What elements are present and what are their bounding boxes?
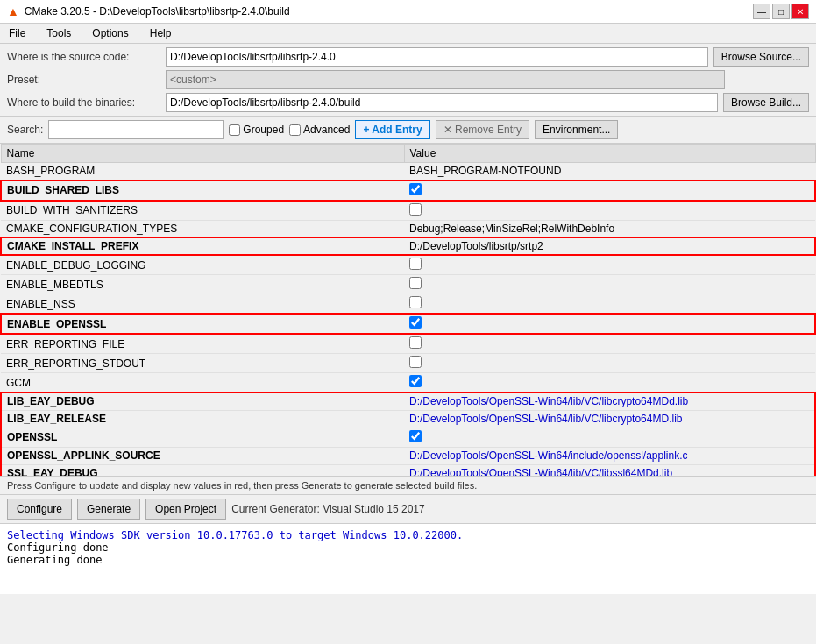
cell-name: ENABLE_OPENSSL bbox=[1, 314, 404, 334]
preset-label: Preset: bbox=[7, 74, 160, 86]
table-row[interactable]: BUILD_SHARED_LIBS bbox=[1, 180, 815, 201]
table-row[interactable]: LIB_EAY_DEBUGD:/DevelopTools/OpenSSL-Win… bbox=[1, 393, 815, 410]
advanced-checkbox-label[interactable]: Advanced bbox=[289, 124, 350, 136]
menu-help[interactable]: Help bbox=[145, 25, 177, 41]
preset-input[interactable] bbox=[166, 70, 725, 89]
output-area: Selecting Windows SDK version 10.0.17763… bbox=[0, 524, 816, 594]
grouped-checkbox-label[interactable]: Grouped bbox=[229, 124, 284, 136]
cell-value bbox=[404, 428, 815, 447]
generator-label: Current Generator: Visual Studio 15 2017 bbox=[231, 503, 425, 515]
table-row[interactable]: ENABLE_MBEDTLS bbox=[1, 275, 815, 294]
table-row[interactable]: ENABLE_DEBUG_LOGGING bbox=[1, 255, 815, 275]
row-checkbox[interactable] bbox=[409, 430, 422, 442]
table-row[interactable]: OPENSSL bbox=[1, 428, 815, 447]
environment-button[interactable]: Environment... bbox=[535, 120, 618, 139]
cell-value: Debug;Release;MinSizeRel;RelWithDebInfo bbox=[404, 220, 815, 237]
table-row[interactable]: LIB_EAY_RELEASED:/DevelopTools/OpenSSL-W… bbox=[1, 410, 815, 428]
configure-button[interactable]: Configure bbox=[7, 499, 72, 520]
output-line3: Generating done bbox=[7, 554, 809, 566]
cell-value bbox=[404, 334, 815, 354]
menu-options[interactable]: Options bbox=[87, 25, 133, 41]
menu-tools[interactable]: Tools bbox=[41, 25, 76, 41]
cmake-table-container: Name Value BASH_PROGRAMBASH_PROGRAM-NOTF… bbox=[0, 144, 816, 477]
cell-value bbox=[404, 354, 815, 373]
status-bar: Press Configure to update and display ne… bbox=[0, 477, 816, 495]
source-input[interactable] bbox=[166, 47, 708, 67]
menu-bar: File Tools Options Help bbox=[0, 24, 816, 44]
cell-name: LIB_EAY_DEBUG bbox=[1, 393, 404, 410]
search-input[interactable] bbox=[48, 120, 224, 139]
cell-value: D:/DevelopTools/libsrtp/srtp2 bbox=[404, 237, 815, 255]
cell-name: SSL_EAY_DEBUG bbox=[1, 464, 404, 477]
source-label: Where is the source code: bbox=[7, 51, 160, 63]
cell-value: BASH_PROGRAM-NOTFOUND bbox=[404, 163, 815, 180]
row-checkbox[interactable] bbox=[409, 336, 422, 349]
cell-name: LIB_EAY_RELEASE bbox=[1, 410, 404, 428]
row-checkbox[interactable] bbox=[409, 258, 422, 270]
table-row[interactable]: OPENSSL_APPLINK_SOURCED:/DevelopTools/Op… bbox=[1, 447, 815, 464]
grouped-checkbox[interactable] bbox=[229, 124, 240, 136]
row-checkbox[interactable] bbox=[409, 356, 422, 368]
binaries-label: Where to build the binaries: bbox=[7, 96, 160, 109]
cell-name: OPENSSL_APPLINK_SOURCE bbox=[1, 447, 404, 464]
cell-value: D:/DevelopTools/OpenSSL-Win64/include/op… bbox=[404, 447, 815, 464]
cell-value bbox=[404, 294, 815, 315]
bottom-bar: Configure Generate Open Project Current … bbox=[0, 495, 816, 524]
row-checkbox[interactable] bbox=[409, 203, 422, 216]
cell-value: D:/DevelopTools/OpenSSL-Win64/lib/VC/lib… bbox=[404, 464, 815, 477]
output-line2: Configuring done bbox=[7, 541, 809, 554]
minimize-button[interactable]: — bbox=[753, 4, 770, 19]
menu-file[interactable]: File bbox=[4, 25, 31, 41]
col-header-value: Value bbox=[404, 145, 815, 163]
cell-name: OPENSSL bbox=[1, 428, 404, 447]
advanced-checkbox[interactable] bbox=[289, 124, 301, 136]
row-checkbox[interactable] bbox=[409, 183, 422, 195]
search-label: Search: bbox=[7, 124, 43, 136]
binaries-row: Where to build the binaries: Browse Buil… bbox=[7, 93, 809, 112]
output-line1: Selecting Windows SDK version 10.0.17763… bbox=[7, 529, 809, 541]
add-entry-button[interactable]: + Add Entry bbox=[355, 120, 429, 139]
cmake-table: Name Value BASH_PROGRAMBASH_PROGRAM-NOTF… bbox=[0, 144, 816, 477]
browse-build-button[interactable]: Browse Build... bbox=[723, 93, 809, 112]
close-button[interactable]: ✕ bbox=[791, 4, 809, 19]
window-controls: — □ ✕ bbox=[753, 4, 809, 19]
app-icon: ▲ bbox=[7, 4, 19, 18]
cell-value bbox=[404, 255, 815, 275]
cell-value bbox=[404, 275, 815, 294]
cell-name: ENABLE_MBEDTLS bbox=[1, 275, 404, 294]
cell-name: ERR_REPORTING_FILE bbox=[1, 334, 404, 354]
cell-value bbox=[404, 373, 815, 393]
open-project-button[interactable]: Open Project bbox=[145, 499, 226, 520]
row-checkbox[interactable] bbox=[409, 316, 422, 329]
binaries-input[interactable] bbox=[166, 93, 718, 112]
row-checkbox[interactable] bbox=[409, 277, 422, 289]
table-row[interactable]: CMAKE_INSTALL_PREFIXD:/DevelopTools/libs… bbox=[1, 237, 815, 255]
table-row[interactable]: CMAKE_CONFIGURATION_TYPESDebug;Release;M… bbox=[1, 220, 815, 237]
browse-source-button[interactable]: Browse Source... bbox=[713, 47, 809, 67]
table-row[interactable]: ENABLE_NSS bbox=[1, 294, 815, 315]
cell-value: D:/DevelopTools/OpenSSL-Win64/lib/VC/lib… bbox=[404, 410, 815, 428]
table-row[interactable]: BASH_PROGRAMBASH_PROGRAM-NOTFOUND bbox=[1, 163, 815, 180]
cell-value bbox=[404, 314, 815, 334]
table-row[interactable]: GCM bbox=[1, 373, 815, 393]
table-row[interactable]: ERR_REPORTING_STDOUT bbox=[1, 354, 815, 373]
cell-name: ENABLE_NSS bbox=[1, 294, 404, 315]
cell-name: CMAKE_INSTALL_PREFIX bbox=[1, 237, 404, 255]
row-checkbox[interactable] bbox=[409, 375, 422, 387]
cell-value bbox=[404, 201, 815, 221]
row-checkbox[interactable] bbox=[409, 296, 422, 308]
generate-button[interactable]: Generate bbox=[77, 499, 140, 520]
table-row[interactable]: BUILD_WITH_SANITIZERS bbox=[1, 201, 815, 221]
toolbar: Where is the source code: Browse Source.… bbox=[0, 44, 816, 117]
cell-name: ERR_REPORTING_STDOUT bbox=[1, 354, 404, 373]
maximize-button[interactable]: □ bbox=[772, 4, 790, 19]
cell-name: BASH_PROGRAM bbox=[1, 163, 404, 180]
remove-entry-button[interactable]: ✕ Remove Entry bbox=[436, 120, 529, 139]
preset-row: Preset: bbox=[7, 70, 809, 89]
title-bar: ▲ CMake 3.20.5 - D:\DevelopTools\libsrtp… bbox=[0, 0, 816, 24]
status-message: Press Configure to update and display ne… bbox=[7, 480, 477, 491]
table-row[interactable]: SSL_EAY_DEBUGD:/DevelopTools/OpenSSL-Win… bbox=[1, 464, 815, 477]
table-row[interactable]: ENABLE_OPENSSL bbox=[1, 314, 815, 334]
table-row[interactable]: ERR_REPORTING_FILE bbox=[1, 334, 815, 354]
cell-name: BUILD_WITH_SANITIZERS bbox=[1, 201, 404, 221]
